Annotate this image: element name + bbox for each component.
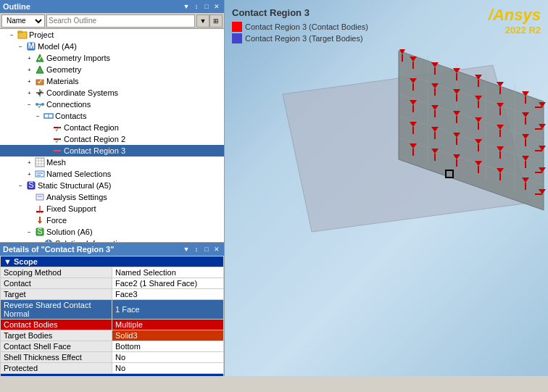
contacts-icon: [43, 111, 54, 121]
tree-item-connections[interactable]: − ✓ Connections: [0, 99, 224, 110]
tree-item-analysis-settings[interactable]: Analysis Settings: [0, 191, 224, 203]
scoping-method-row: Scoping Method Named Selection: [1, 267, 224, 278]
tree-item-contact-region-2[interactable]: ✓ Contact Region 2: [0, 133, 224, 145]
expand-materials[interactable]: +: [28, 78, 35, 85]
expand-geom-imports[interactable]: +: [28, 55, 35, 62]
target-row: Target Face3: [1, 289, 224, 300]
details-panel-header: Details of "Contact Region 3" ▼ ↕ □ ✕: [0, 243, 224, 256]
project-icon: [17, 30, 28, 40]
fixed-support-icon: [35, 204, 45, 214]
reverse-shared-value: 1 Face: [112, 300, 224, 320]
target-bodies-row: Target Bodies Solid3: [1, 330, 224, 341]
tree-item-geom-imports[interactable]: + ✓ Geometry Imports: [0, 52, 224, 64]
scope-section-header: ▼ Scope: [1, 257, 224, 267]
connections-icon: ✓: [35, 99, 45, 109]
tree-item-contact-region-3[interactable]: Contact Region 3: [0, 145, 224, 157]
tree-item-mesh[interactable]: + Mesh: [0, 157, 224, 168]
contact-shell-face-label: Contact Shell Face: [1, 341, 112, 352]
expand-static[interactable]: −: [19, 183, 26, 189]
details-table: ▼ Scope Scoping Method Named Selection C…: [0, 256, 224, 376]
coord-icon: ✓: [35, 88, 45, 98]
expand-contacts[interactable]: −: [36, 113, 43, 120]
tree-item-named-selections[interactable]: + Named Selections: [0, 168, 224, 180]
viewport: Contact Region 3 Contact Region 3 (Conta…: [225, 0, 548, 376]
expand-connections[interactable]: −: [28, 101, 35, 108]
expand-model[interactable]: −: [19, 43, 26, 50]
tree-item-fixed-support[interactable]: Fixed Support: [0, 203, 224, 214]
expand-coord[interactable]: +: [28, 90, 35, 96]
tree-label-contacts: Contacts: [55, 112, 86, 120]
expand-named[interactable]: +: [28, 171, 35, 178]
outline-maximize-icon[interactable]: □: [202, 2, 211, 11]
svg-rect-33: [36, 194, 43, 200]
contact-bodies-value: Multiple: [112, 320, 224, 330]
contact-region-3-icon: [52, 146, 62, 156]
tree-label-contact-region-3: Contact Region 3: [64, 146, 125, 155]
filter-button[interactable]: ⊞: [209, 14, 223, 28]
materials-icon: ✓: [35, 76, 45, 86]
outline-close-icon[interactable]: ✕: [212, 2, 221, 11]
outline-tree: − Project − M Model (A4): [0, 29, 224, 242]
tree-item-materials[interactable]: + ✓ Materials: [0, 75, 224, 87]
3d-mesh-view: [225, 0, 548, 290]
definition-label: ▼ Definition: [1, 374, 224, 377]
tree-item-contact-region[interactable]: ✓ Contact Region: [0, 122, 224, 133]
tree-item-project[interactable]: − Project: [0, 29, 224, 41]
svg-rect-1: [18, 31, 22, 33]
scoping-method-label: Scoping Method: [1, 267, 112, 278]
target-value: Face3: [112, 289, 224, 300]
details-maximize-icon[interactable]: □: [202, 245, 211, 254]
protected-label: Protected: [1, 363, 112, 374]
tree-label-force: Force: [46, 216, 67, 225]
expand-geometry[interactable]: +: [28, 67, 35, 73]
tree-item-force[interactable]: Force: [0, 214, 224, 226]
contact-label: Contact: [1, 278, 112, 289]
expand-mesh[interactable]: +: [28, 159, 35, 166]
expand-project[interactable]: −: [10, 32, 17, 38]
search-input[interactable]: [46, 14, 195, 28]
tree-label-contact-region: Contact Region: [64, 123, 119, 132]
details-close-icon[interactable]: ✕: [212, 245, 221, 254]
shell-thickness-value: No: [112, 352, 224, 363]
tree-item-contacts[interactable]: − Contacts: [0, 110, 224, 122]
tree-item-static-structural[interactable]: − S Static Structural (A5): [0, 180, 224, 191]
solution-icon: S: [35, 227, 45, 237]
scope-label: ▼ Scope: [1, 257, 224, 267]
tree-label-contact-region-2: Contact Region 2: [64, 135, 125, 143]
tree-item-geometry[interactable]: + Geometry: [0, 64, 224, 75]
mesh-icon: [35, 157, 45, 167]
contact-shell-face-row: Contact Shell Face Bottom: [1, 341, 224, 352]
expand-solution[interactable]: −: [28, 229, 35, 235]
tree-label-geom-imports: Geometry Imports: [46, 54, 110, 62]
details-expand-icon[interactable]: ↕: [192, 245, 201, 254]
target-label: Target: [1, 289, 112, 300]
static-structural-icon: S: [26, 180, 36, 191]
outline-expand-icon[interactable]: ↕: [192, 2, 201, 11]
scoping-method-value: Named Selection: [112, 267, 224, 278]
model-icon: M: [26, 41, 36, 51]
tree-label-coord: Coordinate Systems: [46, 88, 118, 97]
tree-label-named-selections: Named Selections: [46, 170, 111, 178]
contact-bodies-label: Contact Bodies: [1, 320, 112, 330]
contact-row: Contact Face2 (1 Shared Face): [1, 278, 224, 289]
svg-text:✓: ✓: [54, 136, 61, 144]
details-pin-icon[interactable]: ▼: [182, 245, 191, 254]
contact-bodies-row: Contact Bodies Multiple: [1, 320, 224, 330]
contact-shell-face-value: Bottom: [112, 341, 224, 352]
tree-item-coord-systems[interactable]: + ✓ Coordinate Systems: [0, 87, 224, 99]
name-dropdown[interactable]: Name: [1, 14, 45, 28]
target-bodies-value: Solid3: [112, 330, 224, 341]
search-button[interactable]: ▼: [196, 14, 209, 28]
svg-text:S: S: [28, 180, 33, 189]
contact-region-2-icon: ✓: [52, 134, 62, 144]
svg-text:✓: ✓: [54, 125, 61, 133]
outline-pin-icon[interactable]: ▼: [182, 2, 191, 11]
contact-value: Face2 (1 Shared Face): [112, 278, 224, 289]
tree-item-solution[interactable]: − S Solution (A6): [0, 226, 224, 238]
svg-text:M: M: [28, 41, 34, 50]
svg-marker-41: [38, 221, 42, 224]
tree-label-mesh: Mesh: [46, 158, 66, 167]
tree-label-model: Model (A4): [38, 42, 77, 51]
tree-item-model[interactable]: − M Model (A4): [0, 41, 224, 52]
svg-text:✓: ✓: [37, 54, 43, 62]
